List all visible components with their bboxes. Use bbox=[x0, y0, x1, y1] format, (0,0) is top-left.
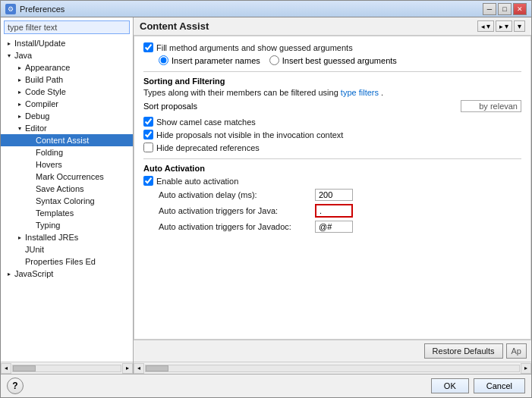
forward-arrow-icon: ▸ bbox=[499, 23, 503, 30]
sorting-title: Sorting and Filtering bbox=[143, 77, 521, 86]
nav-buttons: ◂ ▾ ▸ ▾ ▾ bbox=[477, 20, 525, 32]
tree-arrow-compiler bbox=[14, 99, 25, 109]
forward-button[interactable]: ▸ ▾ bbox=[496, 20, 512, 32]
sort-proposals-value[interactable]: by relevan bbox=[461, 100, 521, 112]
sidebar-item-install-update[interactable]: Install/Update bbox=[1, 37, 133, 49]
sidebar-item-appearance[interactable]: Appearance bbox=[1, 61, 133, 74]
main-content: Install/Update Java Appearance Build Pat… bbox=[1, 17, 531, 374]
camel-case-checkbox[interactable] bbox=[143, 117, 153, 127]
sidebar-item-label: Content Assist bbox=[36, 136, 133, 145]
sidebar-item-junit[interactable]: JUnit bbox=[1, 243, 133, 255]
java-triggers-row: Auto activation triggers for Java: bbox=[159, 204, 521, 218]
insert-best-radio[interactable] bbox=[269, 55, 279, 65]
type-filters-link[interactable]: type filters bbox=[341, 88, 379, 97]
cancel-button[interactable]: Cancel bbox=[474, 378, 525, 393]
sidebar-item-installed-jres[interactable]: Installed JREs bbox=[1, 231, 133, 243]
sidebar-item-label: Build Path bbox=[25, 75, 133, 84]
sidebar-item-label: Syntax Coloring bbox=[36, 196, 133, 205]
sidebar-item-content-assist[interactable]: Content Assist bbox=[1, 134, 133, 146]
scroll-right-button[interactable]: ▸ bbox=[122, 363, 133, 374]
sidebar-item-editor[interactable]: Editor bbox=[1, 122, 133, 134]
sidebar-item-label: Hovers bbox=[36, 160, 133, 169]
tree-arrow-javascript bbox=[4, 268, 14, 279]
sidebar-item-java[interactable]: Java bbox=[1, 49, 133, 61]
insert-mode-group: Insert parameter names Insert best guess… bbox=[159, 55, 521, 65]
filter-input[interactable] bbox=[4, 20, 130, 34]
hide-deprecated-label: Hide deprecated references bbox=[156, 143, 260, 152]
insert-param-radio[interactable] bbox=[159, 55, 168, 65]
panel-footer: Restore Defaults Ap bbox=[134, 340, 531, 362]
sidebar-item-label: Code Style bbox=[25, 87, 133, 96]
close-button[interactable]: ✕ bbox=[513, 3, 527, 15]
enable-auto-activation-checkbox[interactable] bbox=[143, 176, 153, 186]
sidebar-item-label: Properties Files Ed bbox=[25, 257, 133, 266]
tree-arrow-java bbox=[4, 50, 14, 61]
java-triggers-input[interactable] bbox=[315, 204, 353, 218]
maximize-button[interactable]: □ bbox=[498, 3, 512, 15]
tree-arrow-install-update bbox=[4, 38, 14, 49]
scroll-left-button[interactable]: ◂ bbox=[1, 363, 11, 374]
sorting-desc-text: Types along with their members can be fi… bbox=[143, 88, 341, 97]
javadoc-triggers-row: Auto activation triggers for Javadoc: bbox=[159, 221, 521, 233]
back-button[interactable]: ◂ ▾ bbox=[477, 20, 494, 32]
insert-param-label: Insert parameter names bbox=[172, 56, 260, 65]
sidebar-item-mark-occurrences[interactable]: Mark Occurrences bbox=[1, 171, 133, 183]
panel-header: Content Assist ◂ ▾ ▸ ▾ ▾ bbox=[134, 17, 531, 36]
ok-button[interactable]: OK bbox=[431, 378, 469, 393]
title-bar: ⚙ Preferences ─ □ ✕ bbox=[1, 1, 531, 17]
sidebar-item-label: Folding bbox=[36, 148, 133, 157]
fill-method-row: Fill method arguments and show guessed a… bbox=[143, 42, 521, 52]
sidebar-item-hovers[interactable]: Hovers bbox=[1, 158, 133, 171]
sidebar-item-templates[interactable]: Templates bbox=[1, 207, 133, 219]
fill-method-checkbox[interactable] bbox=[143, 42, 153, 52]
auto-activation-title: Auto Activation bbox=[143, 164, 521, 173]
hide-deprecated-checkbox[interactable] bbox=[143, 143, 153, 152]
restore-defaults-button[interactable]: Restore Defaults bbox=[424, 343, 503, 359]
delay-input[interactable] bbox=[315, 189, 353, 201]
panel-title: Content Assist bbox=[140, 20, 209, 32]
panel-horizontal-scrollbar: ◂ ▸ bbox=[134, 362, 531, 374]
sidebar-item-typing[interactable]: Typing bbox=[1, 219, 133, 231]
sidebar-item-label: Installed JREs bbox=[25, 233, 133, 242]
java-triggers-label: Auto activation triggers for Java: bbox=[159, 206, 310, 215]
sorting-desc-end: . bbox=[381, 88, 383, 97]
hide-not-visible-label: Hide proposals not visible in the invoca… bbox=[156, 130, 343, 139]
tree-arrow-code-style bbox=[14, 86, 25, 97]
preferences-window: ⚙ Preferences ─ □ ✕ Install/Update Java bbox=[0, 0, 532, 398]
hide-not-visible-checkbox[interactable] bbox=[143, 130, 153, 139]
window-title: Preferences bbox=[20, 5, 483, 14]
sidebar-item-label: Appearance bbox=[25, 63, 133, 72]
sidebar-item-label: Compiler bbox=[25, 99, 133, 108]
sidebar-item-label: Install/Update bbox=[14, 39, 133, 48]
enable-auto-activation-label: Enable auto activation bbox=[156, 177, 238, 186]
sidebar-item-build-path[interactable]: Build Path bbox=[1, 74, 133, 86]
sidebar-item-save-actions[interactable]: Save Actions bbox=[1, 183, 133, 195]
panel-scroll-left-button[interactable]: ◂ bbox=[134, 363, 144, 374]
menu-button[interactable]: ▾ bbox=[514, 20, 525, 32]
sorting-desc: Types along with their members can be fi… bbox=[143, 88, 521, 97]
sidebar-item-compiler[interactable]: Compiler bbox=[1, 98, 133, 110]
minimize-button[interactable]: ─ bbox=[483, 3, 496, 15]
tree-arrow-debug bbox=[14, 111, 25, 121]
sidebar-item-javascript[interactable]: JavaScript bbox=[1, 268, 133, 280]
javadoc-triggers-input[interactable] bbox=[315, 221, 353, 233]
sidebar-item-debug[interactable]: Debug bbox=[1, 110, 133, 122]
sidebar-item-label: Java bbox=[14, 51, 133, 60]
help-button[interactable]: ? bbox=[7, 378, 24, 394]
window-controls: ─ □ ✕ bbox=[483, 3, 527, 15]
sidebar-item-syntax-coloring[interactable]: Syntax Coloring bbox=[1, 195, 133, 207]
delay-row: Auto activation delay (ms): bbox=[159, 189, 521, 201]
apply-button[interactable]: Ap bbox=[506, 343, 527, 359]
back-arrow-icon: ◂ bbox=[481, 23, 485, 30]
camel-case-label: Show camel case matches bbox=[156, 118, 256, 127]
sidebar-item-code-style[interactable]: Code Style bbox=[1, 86, 133, 98]
right-panel: Content Assist ◂ ▾ ▸ ▾ ▾ bbox=[134, 17, 531, 374]
back-dropdown-icon: ▾ bbox=[486, 22, 490, 30]
sidebar-item-folding[interactable]: Folding bbox=[1, 146, 133, 158]
sidebar-item-label: Debug bbox=[25, 111, 133, 121]
sidebar-item-properties-files-ed[interactable]: Properties Files Ed bbox=[1, 255, 133, 268]
panel-scroll-right-button[interactable]: ▸ bbox=[521, 363, 531, 374]
sidebar-horizontal-scrollbar: ◂ ▸ bbox=[1, 362, 133, 374]
h-scroll-track[interactable] bbox=[12, 365, 121, 372]
panel-h-scroll-track[interactable] bbox=[145, 365, 520, 372]
